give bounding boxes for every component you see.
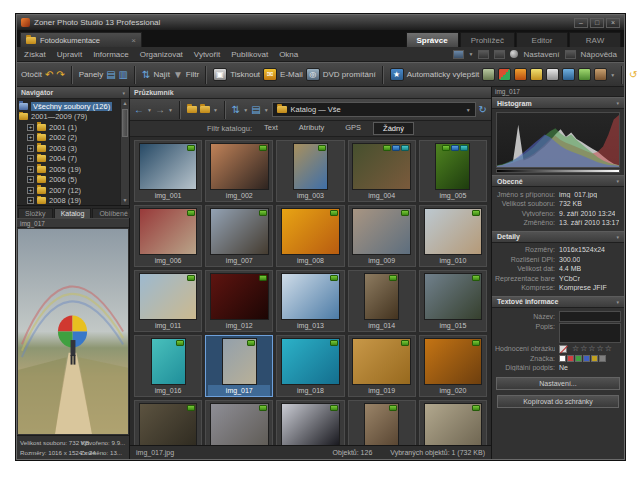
tag-swatch-2[interactable] xyxy=(575,355,582,362)
preview-image[interactable] xyxy=(18,229,128,434)
collapse-icon[interactable]: ▾ xyxy=(616,234,619,240)
tag-swatch-5[interactable] xyxy=(599,355,606,362)
dvd-label[interactable]: DVD promítání xyxy=(323,70,376,79)
expand-icon[interactable]: + xyxy=(27,124,34,131)
tree-item[interactable]: +2008 (19) xyxy=(19,196,119,206)
panel-navigator-icon[interactable]: ▤ xyxy=(106,70,115,80)
thumbnail[interactable]: img_007 xyxy=(205,205,273,267)
signature-settings-button[interactable]: Nastavení... xyxy=(496,377,620,390)
chevron-down-icon[interactable]: ▼ xyxy=(469,51,474,57)
chevron-down-icon[interactable]: ▼ xyxy=(264,107,269,113)
thumbnail[interactable]: img_003 xyxy=(276,140,344,202)
navigator-tab-0[interactable]: Složky xyxy=(18,208,53,218)
minimize-button[interactable]: – xyxy=(574,18,588,28)
collapse-icon[interactable]: ▾ xyxy=(616,178,619,184)
chevron-down-icon[interactable]: ▼ xyxy=(466,107,471,113)
copy-to-clipboard-button[interactable]: Kopírovat do schránky xyxy=(497,395,619,408)
chevron-down-icon[interactable]: ▼ xyxy=(168,107,173,113)
thumbnail[interactable]: img_004 xyxy=(348,140,416,202)
thumbnail[interactable] xyxy=(134,400,202,445)
filter-funnel-icon[interactable]: ▼ xyxy=(173,70,183,80)
expand-icon[interactable]: + xyxy=(27,155,34,162)
rotate-left-icon[interactable]: ↶ xyxy=(45,70,53,80)
tree-item[interactable]: +2006 (5) xyxy=(19,175,119,186)
expand-icon[interactable]: + xyxy=(27,176,34,183)
tab-close-icon[interactable]: × xyxy=(131,36,136,45)
refresh-icon[interactable]: ↻ xyxy=(479,105,487,115)
auto-enhance-icon[interactable]: ★ xyxy=(390,68,404,81)
expand-icon[interactable]: + xyxy=(27,166,34,173)
filter-label[interactable]: Filtr xyxy=(186,70,199,79)
menu-item-2[interactable]: Informace xyxy=(93,50,129,59)
navigator-tab-1[interactable]: Katalog xyxy=(54,208,92,218)
tag-swatch-1[interactable] xyxy=(567,355,574,362)
histogram-section-header[interactable]: Histogram ▾ xyxy=(492,97,624,109)
menu-item-4[interactable]: Vytvořit xyxy=(194,50,220,59)
thumbnail[interactable]: img_014 xyxy=(348,270,416,332)
email-icon[interactable]: ✉ xyxy=(263,68,277,81)
resize-tool-icon[interactable] xyxy=(578,68,591,81)
panel-info-icon[interactable]: ▥ xyxy=(119,70,128,80)
tree-scrollbar[interactable]: ▲ ▼ xyxy=(120,99,129,205)
tree-item[interactable]: +2001 (1) xyxy=(19,122,119,133)
thumbnail[interactable] xyxy=(205,400,273,445)
browse-mode-icon[interactable] xyxy=(453,50,464,59)
layout-icon[interactable] xyxy=(478,50,489,59)
tree-item[interactable]: 2001—2009 (79) xyxy=(19,112,119,123)
navigator-tab-2[interactable]: Oblíbené xyxy=(92,208,134,218)
chevron-down-icon[interactable]: ▼ xyxy=(243,107,248,113)
thumbnail[interactable]: img_001 xyxy=(134,140,202,202)
general-section-header[interactable]: Obecné ▾ xyxy=(492,175,624,187)
path-input[interactable]: Katalog — Vše ▼ xyxy=(272,102,476,117)
forward-icon[interactable]: → xyxy=(155,104,165,116)
tree-item[interactable]: Všechny soubory (126) xyxy=(19,101,119,112)
collapse-icon[interactable]: ▾ xyxy=(122,90,125,96)
filter-tab-1[interactable]: Atributy xyxy=(290,122,333,135)
expand-icon[interactable]: + xyxy=(27,197,34,204)
dvd-icon[interactable]: ◎ xyxy=(306,68,320,81)
thumbnail[interactable]: img_013 xyxy=(276,270,344,332)
auto-enhance-label[interactable]: Automaticky vylepšit xyxy=(407,70,479,79)
thumbnail[interactable] xyxy=(276,400,344,445)
thumbnail[interactable]: img_015 xyxy=(419,270,487,332)
expand-icon[interactable]: + xyxy=(27,134,34,141)
find-label[interactable]: Najít xyxy=(153,70,169,79)
thumbnail[interactable]: img_010 xyxy=(419,205,487,267)
folder-up-icon[interactable] xyxy=(187,106,197,113)
mode-tab-1[interactable]: Prohlížeč xyxy=(460,32,515,47)
settings-menu[interactable]: Nastavení xyxy=(523,50,559,59)
description-field[interactable] xyxy=(559,323,621,343)
tag-color-swatches[interactable] xyxy=(559,355,606,362)
effects-tool-icon[interactable] xyxy=(594,68,607,81)
expand-icon[interactable]: + xyxy=(27,145,34,152)
help-menu[interactable]: Nápověda xyxy=(581,50,617,59)
thumbnail[interactable]: img_012 xyxy=(205,270,273,332)
tree-item[interactable]: +2007 (12) xyxy=(19,185,119,196)
expand-icon[interactable]: + xyxy=(27,187,34,194)
thumbnail[interactable]: img_005 xyxy=(419,140,487,202)
scroll-down-icon[interactable]: ▼ xyxy=(121,196,129,205)
open-folder-icon[interactable] xyxy=(200,106,210,113)
tag-swatch-3[interactable] xyxy=(583,355,590,362)
filter-tab-0[interactable]: Text xyxy=(255,122,287,135)
document-tab[interactable]: Fotodokumentace × xyxy=(20,32,142,47)
chevron-down-icon[interactable]: ▼ xyxy=(213,107,218,113)
mode-tab-2[interactable]: Editor xyxy=(516,32,568,47)
thumbnail-selected[interactable]: img_017 xyxy=(205,335,273,397)
filter-tab-3[interactable]: Žádný xyxy=(373,122,414,135)
tag-swatch-4[interactable] xyxy=(591,355,598,362)
tree-item[interactable]: +2004 (7) xyxy=(19,154,119,165)
thumbnail[interactable]: img_008 xyxy=(276,205,344,267)
menu-item-0[interactable]: Získat xyxy=(24,50,46,59)
mode-tab-0[interactable]: Správce xyxy=(406,32,459,47)
close-button[interactable]: × xyxy=(606,18,620,28)
no-rating-icon[interactable] xyxy=(559,345,567,353)
print-label[interactable]: Tisknout xyxy=(230,70,260,79)
clipboard-icon[interactable] xyxy=(494,50,505,59)
thumbnail[interactable]: img_009 xyxy=(348,205,416,267)
mode-tab-3[interactable]: RAW xyxy=(569,32,621,47)
thumbnail[interactable]: img_011 xyxy=(134,270,202,332)
tree-item[interactable]: +2002 (2) xyxy=(19,133,119,144)
print-icon[interactable]: ▣ xyxy=(213,68,227,81)
menu-item-1[interactable]: Upravit xyxy=(57,50,82,59)
